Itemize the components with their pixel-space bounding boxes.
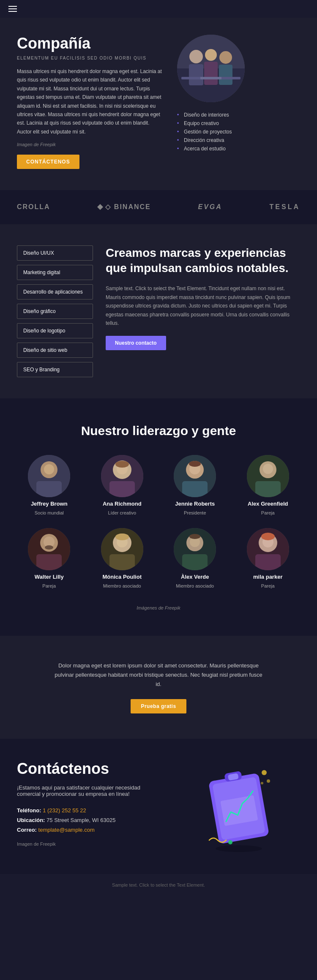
avatar-alex xyxy=(247,455,289,497)
svg-rect-46 xyxy=(255,554,281,570)
member-role: Socio mundial xyxy=(35,510,64,515)
member-name: Jeffrey Brown xyxy=(31,501,68,507)
hero-subtitle: ELEMENTUM EU FACILISIS SED ODIO MORBI QU… xyxy=(17,56,164,60)
contact-image-credit: Imagen de Freepik xyxy=(17,841,164,847)
contact-info: Contáctenos ¡Estamos aquí para satisface… xyxy=(17,760,164,847)
svg-point-54 xyxy=(262,770,267,775)
contact-section: Contáctenos ¡Estamos aquí para satisface… xyxy=(0,739,317,874)
service-btn-seo[interactable]: SEO y Branding xyxy=(17,362,93,377)
service-btn-web[interactable]: Diseño de sitio web xyxy=(17,343,93,358)
hero-image xyxy=(177,35,245,102)
svg-rect-31 xyxy=(36,554,62,570)
team-member-alex-verde: Àlex Verde Miembro asociado xyxy=(163,528,227,588)
list-item: Diseño de interiores xyxy=(177,111,232,119)
avatar-walter xyxy=(28,528,70,570)
svg-point-19 xyxy=(115,461,129,468)
hamburger-menu[interactable] xyxy=(8,6,17,12)
contact-address: Ubicación: 75 Street Sample, WI 63025 xyxy=(17,817,164,823)
member-role: Líder creativo xyxy=(108,510,136,515)
brand-crolla: CROLLA xyxy=(17,203,50,211)
list-item: Gestión de proyectos xyxy=(177,128,232,136)
contact-email: Correo: template@sample.com xyxy=(17,827,164,833)
svg-rect-13 xyxy=(36,481,62,497)
svg-rect-5 xyxy=(204,62,218,85)
footer-text: Sample text. Click to select the Text El… xyxy=(17,882,300,887)
contact-button[interactable]: CONTÁCTENOS xyxy=(17,155,79,169)
services-title: Creamos marcas y experiencias que impuls… xyxy=(106,245,300,276)
phone-link[interactable]: 1 (232) 252 55 22 xyxy=(43,807,86,814)
svg-point-57 xyxy=(228,840,232,844)
svg-rect-27 xyxy=(255,481,281,497)
member-role: Pareja xyxy=(42,583,56,588)
list-item: Acerca del estudio xyxy=(177,144,232,153)
brands-section: CROLLA ◇ BINANCE EVGA TESLA xyxy=(0,190,317,224)
team-member-walter: Walter Lilly Pareja xyxy=(17,528,82,588)
member-name: Jennie Roberts xyxy=(175,501,215,507)
team-title: Nuestro liderazgo y gente xyxy=(17,424,300,438)
team-credit: Imágenes de Freepik xyxy=(17,605,300,610)
team-member-ana: Ana Richmond Líder creativo xyxy=(90,455,155,515)
team-member-jeffrey: Jeffrey Brown Socio mundial xyxy=(17,455,82,515)
service-btn-dev[interactable]: Desarrollo de aplicaciones xyxy=(17,284,93,299)
trial-button[interactable]: Prueba gratis xyxy=(131,699,186,713)
svg-rect-9 xyxy=(200,77,221,79)
chart-illustration xyxy=(197,760,281,853)
svg-point-6 xyxy=(219,51,232,64)
member-role: Miembro asociado xyxy=(103,583,141,588)
services-content: Creamos marcas y experiencias que impuls… xyxy=(106,245,300,377)
hero-body: Massa ultrices mi quis hendrerit dolor m… xyxy=(17,67,164,136)
hero-left: Compañía ELEMENTUM EU FACILISIS SED ODIO… xyxy=(17,35,164,169)
svg-point-28 xyxy=(263,464,273,474)
member-role: Pareja xyxy=(261,583,275,588)
avatar-alex-verde xyxy=(174,528,216,570)
service-btn-ui-ux[interactable]: Diseño UI/UX xyxy=(17,245,93,261)
svg-point-33 xyxy=(45,545,53,550)
member-role: Presidente xyxy=(184,510,206,515)
team-section: Nuestro liderazgo y gente Jeffrey Brown … xyxy=(0,398,317,636)
service-btn-marketing[interactable]: Marketing digital xyxy=(17,265,93,280)
svg-point-2 xyxy=(189,50,203,63)
member-name: Walter Lilly xyxy=(35,574,64,580)
member-role: Pareja xyxy=(261,510,275,515)
svg-point-55 xyxy=(267,779,270,783)
svg-point-14 xyxy=(44,464,54,474)
svg-point-4 xyxy=(205,49,217,61)
team-member-alex: Alex Greenfield Pareja xyxy=(236,455,301,515)
list-item: Dirección creativa xyxy=(177,136,232,144)
svg-point-58 xyxy=(216,845,262,852)
contact-details: Teléfono: 1 (232) 252 55 22 Ubicación: 7… xyxy=(17,807,164,833)
brand-tesla: TESLA xyxy=(270,203,300,211)
services-contact-button[interactable]: Nuestro contacto xyxy=(106,336,166,350)
svg-marker-10 xyxy=(97,204,103,210)
svg-rect-17 xyxy=(109,481,135,497)
svg-rect-41 xyxy=(182,554,208,570)
team-member-jennie: Jennie Roberts Presidente xyxy=(163,455,227,515)
avatar-mila xyxy=(247,528,289,570)
svg-rect-36 xyxy=(109,554,135,570)
cta-text: Dolor magna eget est lorem ipsum dolor s… xyxy=(53,661,264,689)
svg-point-48 xyxy=(261,533,275,540)
svg-point-56 xyxy=(261,782,263,784)
svg-point-43 xyxy=(189,534,200,539)
member-name: Àlex Verde xyxy=(181,574,209,580)
avatar-jeffrey xyxy=(28,455,70,497)
member-role: Miembro asociado xyxy=(176,583,214,588)
hero-image-credit: Imagen de Freepik xyxy=(17,142,164,147)
brand-evga: EVGA xyxy=(198,203,222,211)
hero-title: Compañía xyxy=(17,35,164,52)
service-btn-logo[interactable]: Diseño de logotipo xyxy=(17,323,93,338)
member-name: Mónica Pouliot xyxy=(103,574,142,580)
services-menu: Diseño UI/UX Marketing digital Desarroll… xyxy=(17,245,93,377)
email-link[interactable]: template@sample.com xyxy=(38,827,95,833)
brand-binance: ◇ BINANCE xyxy=(97,203,150,212)
service-btn-graphic[interactable]: Diseño gráfico xyxy=(17,304,93,319)
contact-description: ¡Estamos aquí para satisfacer cualquier … xyxy=(17,784,164,797)
svg-point-24 xyxy=(189,461,201,467)
hero-section: Compañía ELEMENTUM EU FACILISIS SED ODIO… xyxy=(0,18,317,190)
svg-rect-22 xyxy=(182,481,208,497)
team-grid: Jeffrey Brown Socio mundial Ana Richmond… xyxy=(17,455,300,588)
footer: Sample text. Click to select the Text El… xyxy=(0,874,317,896)
svg-point-38 xyxy=(115,534,129,540)
list-item: Equipo creativo xyxy=(177,119,232,128)
avatar-jennie xyxy=(174,455,216,497)
